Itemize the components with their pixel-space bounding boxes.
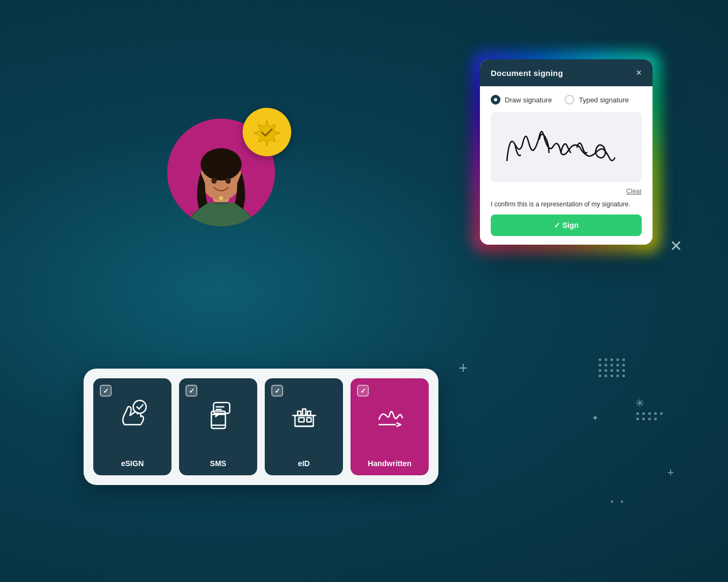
- signature-cards-section: eSIGN SMS: [84, 369, 438, 485]
- svg-point-6: [225, 177, 231, 184]
- signature-type-group: Draw signature Typed signature: [491, 95, 642, 105]
- sms-icon-area: [197, 392, 240, 435]
- confirm-text: I confirm this is a representation of my…: [491, 200, 642, 208]
- sms-card[interactable]: SMS: [179, 378, 257, 475]
- sms-checkbox: [186, 385, 197, 397]
- eid-icon-area: [283, 392, 326, 435]
- deco-plus-icon-1: +: [458, 359, 468, 377]
- deco-dots-grid-2: [636, 412, 663, 420]
- deco-cross-icon: ✦: [592, 413, 599, 423]
- modal-body: Draw signature Typed signature: [480, 86, 653, 245]
- handwritten-card[interactable]: Handwritten: [351, 378, 429, 475]
- typed-signature-option[interactable]: Typed signature: [565, 95, 629, 105]
- handwritten-checkbox: [357, 385, 369, 397]
- avatar-section: [167, 119, 275, 226]
- draw-signature-radio[interactable]: [491, 95, 500, 105]
- esign-checkbox: [100, 385, 112, 397]
- sms-label: SMS: [210, 459, 226, 468]
- eid-label: eID: [298, 459, 310, 468]
- svg-point-7: [219, 196, 223, 200]
- verified-badge: [243, 108, 291, 156]
- deco-x-icon: ✕: [670, 237, 682, 255]
- document-signing-modal: Document signing × Draw signature Typed …: [480, 59, 653, 245]
- modal-title: Document signing: [491, 68, 563, 78]
- eid-card[interactable]: eID: [265, 378, 343, 475]
- eid-checkbox: [271, 385, 283, 397]
- sign-button[interactable]: ✓ Sign: [491, 214, 642, 236]
- esign-icon-area: [111, 392, 154, 435]
- deco-snowflake-icon: ✳: [635, 397, 644, 410]
- svg-rect-13: [303, 409, 306, 415]
- typed-signature-label: Typed signature: [579, 96, 629, 104]
- signature-canvas[interactable]: [491, 112, 642, 182]
- handwritten-icon-area: [368, 392, 411, 435]
- close-button[interactable]: ×: [636, 68, 642, 78]
- typed-signature-radio[interactable]: [565, 95, 574, 105]
- svg-point-8: [133, 400, 146, 413]
- modal-header: Document signing ×: [480, 59, 653, 86]
- svg-point-5: [211, 177, 217, 184]
- draw-signature-label: Draw signature: [505, 96, 552, 104]
- svg-rect-15: [299, 418, 304, 422]
- modal-container: Document signing × Draw signature Typed …: [480, 59, 653, 245]
- svg-point-4: [201, 148, 242, 181]
- handwritten-label: Handwritten: [368, 459, 411, 468]
- scene: Document signing × Draw signature Typed …: [0, 0, 728, 582]
- deco-dots-icon: • •: [610, 497, 626, 507]
- deco-dots-grid-1: [599, 358, 626, 377]
- esign-card[interactable]: eSIGN: [93, 378, 171, 475]
- deco-plus-icon-2: +: [667, 466, 674, 480]
- esign-label: eSIGN: [121, 459, 143, 468]
- clear-button[interactable]: Clear: [491, 188, 642, 195]
- draw-signature-option[interactable]: Draw signature: [491, 95, 552, 105]
- svg-rect-16: [307, 418, 311, 422]
